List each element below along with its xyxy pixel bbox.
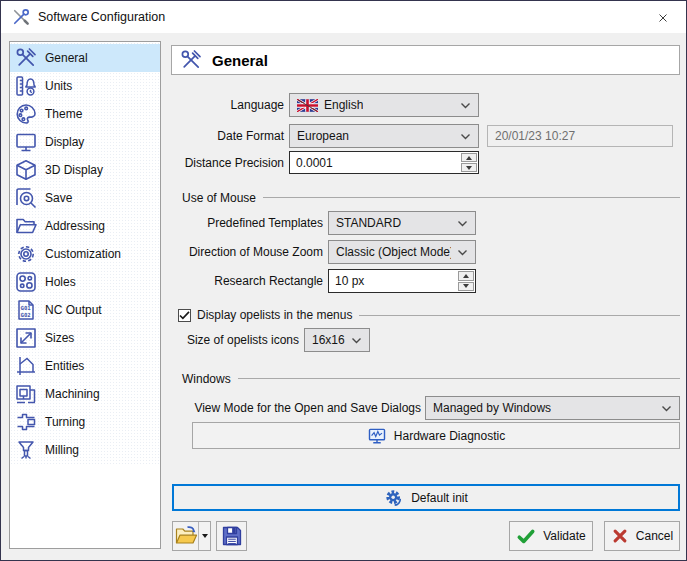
- check-icon: [516, 526, 536, 546]
- sidebar-item-customization[interactable]: Customization: [10, 240, 160, 268]
- folder-open-icon: [14, 214, 38, 238]
- spin-up-button[interactable]: [461, 153, 477, 162]
- sidebar-item-label: Sizes: [45, 331, 74, 345]
- uk-flag-icon: [297, 99, 318, 112]
- titlebar: Software Configuration: [1, 1, 686, 33]
- sidebar-list: GeneralUnitsThemeDisplay3D DisplaySaveAd…: [10, 42, 160, 464]
- display-opelists-row: Display opelists in the menus: [178, 307, 680, 323]
- windows-group: Windows: [182, 371, 680, 386]
- svg-text:G01: G01: [21, 305, 32, 311]
- date-format-label: Date Format: [171, 129, 284, 143]
- sidebar-item-turning[interactable]: Turning: [10, 408, 160, 436]
- chevron-down-icon: [661, 405, 672, 412]
- sidebar-item-theme[interactable]: Theme: [10, 100, 160, 128]
- mouse-zoom-direction-select[interactable]: Classic (Object Mode): [328, 240, 476, 264]
- tools-icon: [14, 46, 38, 70]
- sidebar-item-general[interactable]: General: [10, 44, 160, 72]
- tools-crossed-icon: [11, 7, 31, 27]
- sidebar: GeneralUnitsThemeDisplay3D DisplaySaveAd…: [9, 41, 161, 549]
- opelist-icon-size-select[interactable]: 16x16: [304, 328, 370, 352]
- sidebar-item-label: Entities: [45, 359, 84, 373]
- cross-icon: [611, 527, 629, 545]
- sidebar-item-label: 3D Display: [45, 163, 103, 177]
- chevron-down-icon: [457, 249, 468, 256]
- sidebar-item-sizes[interactable]: Sizes: [10, 324, 160, 352]
- cube-icon: [14, 158, 38, 182]
- sidebar-item-label: Turning: [45, 415, 85, 429]
- use-of-mouse-group: Use of Mouse: [182, 190, 680, 205]
- chevron-down-icon: [460, 102, 471, 109]
- spin-down-button[interactable]: [458, 282, 474, 292]
- chevron-down-icon: [351, 337, 362, 344]
- group-divider: [359, 315, 680, 316]
- spin-down-button[interactable]: [461, 163, 477, 172]
- monitor-icon: [14, 130, 38, 154]
- gear-refresh-icon: [384, 488, 404, 508]
- language-select[interactable]: English: [289, 93, 479, 117]
- save-config-button[interactable]: [216, 521, 247, 551]
- nc-code-icon: G01G02: [14, 298, 38, 322]
- sidebar-item-label: NC Output: [45, 303, 102, 317]
- sidebar-item-nc-output[interactable]: G01G02NC Output: [10, 296, 160, 324]
- predefined-templates-label: Predefined Templates: [171, 216, 323, 230]
- sidebar-item-label: Theme: [45, 107, 82, 121]
- units-icon: [14, 74, 38, 98]
- sidebar-item-label: Holes: [45, 275, 76, 289]
- sidebar-item-label: Customization: [45, 247, 121, 261]
- research-rectangle-input[interactable]: 10 px: [328, 269, 476, 293]
- sidebar-item-label: Units: [45, 79, 72, 93]
- validate-button[interactable]: Validate: [509, 521, 593, 551]
- sidebar-item-milling[interactable]: Milling: [10, 436, 160, 464]
- mouse-zoom-direction-label: Direction of Mouse Zoom: [171, 245, 323, 259]
- hardware-diagnostic-button[interactable]: Hardware Diagnostic: [192, 422, 680, 449]
- research-rectangle-label: Research Rectangle: [171, 274, 323, 288]
- language-label: Language: [171, 98, 284, 112]
- display-opelists-checkbox[interactable]: [178, 309, 191, 322]
- sidebar-item-machining[interactable]: Machining: [10, 380, 160, 408]
- close-button[interactable]: [640, 2, 685, 33]
- sidebar-item-holes[interactable]: Holes: [10, 268, 160, 296]
- sidebar-item-label: Milling: [45, 443, 79, 457]
- milling-icon: [14, 438, 38, 462]
- floppy-icon: [220, 524, 244, 548]
- spin-up-button[interactable]: [458, 271, 474, 281]
- default-init-button[interactable]: Default init: [172, 484, 680, 511]
- group-divider: [238, 378, 680, 379]
- page-title: General: [212, 52, 268, 69]
- tools-icon: [179, 48, 203, 72]
- close-icon: [656, 11, 670, 25]
- chevron-down-icon: [460, 133, 471, 140]
- sidebar-item-display[interactable]: Display: [10, 128, 160, 156]
- sidebar-item-3d-display[interactable]: 3D Display: [10, 156, 160, 184]
- svg-text:G02: G02: [21, 312, 31, 318]
- date-format-select[interactable]: European: [289, 124, 479, 148]
- predefined-templates-select[interactable]: STANDARD: [328, 211, 476, 235]
- sidebar-item-save[interactable]: Save: [10, 184, 160, 212]
- sidebar-item-label: Addressing: [45, 219, 105, 233]
- palette-icon: [14, 102, 38, 126]
- sidebar-item-addressing[interactable]: Addressing: [10, 212, 160, 240]
- machining-icon: [14, 382, 38, 406]
- monitor-diagnostic-icon: [367, 426, 387, 446]
- sidebar-item-units[interactable]: Units: [10, 72, 160, 100]
- date-preview-field: 20/01/23 10:27: [487, 125, 673, 147]
- software-configuration-dialog: Software Configuration GeneralUnitsTheme…: [0, 0, 687, 561]
- entities-icon: [14, 354, 38, 378]
- view-mode-select[interactable]: Managed by Windows: [425, 396, 680, 420]
- distance-precision-input[interactable]: 0.0001: [289, 151, 479, 174]
- open-config-dropdown-arrow[interactable]: [198, 522, 210, 550]
- resize-icon: [14, 326, 38, 350]
- turning-icon: [14, 410, 38, 434]
- open-config-button[interactable]: [172, 521, 211, 551]
- folder-open-yellow-icon: [174, 524, 198, 548]
- sidebar-item-label: Machining: [45, 387, 100, 401]
- display-opelists-label: Display opelists in the menus: [197, 308, 352, 322]
- sidebar-item-label: General: [45, 51, 88, 65]
- cancel-button[interactable]: Cancel: [604, 521, 680, 551]
- chevron-down-icon: [457, 220, 468, 227]
- section-header: General: [171, 45, 680, 75]
- spinner-buttons: [458, 271, 474, 291]
- sidebar-item-entities[interactable]: Entities: [10, 352, 160, 380]
- gear-icon: [14, 242, 38, 266]
- distance-precision-label: Distance Precision: [171, 156, 284, 170]
